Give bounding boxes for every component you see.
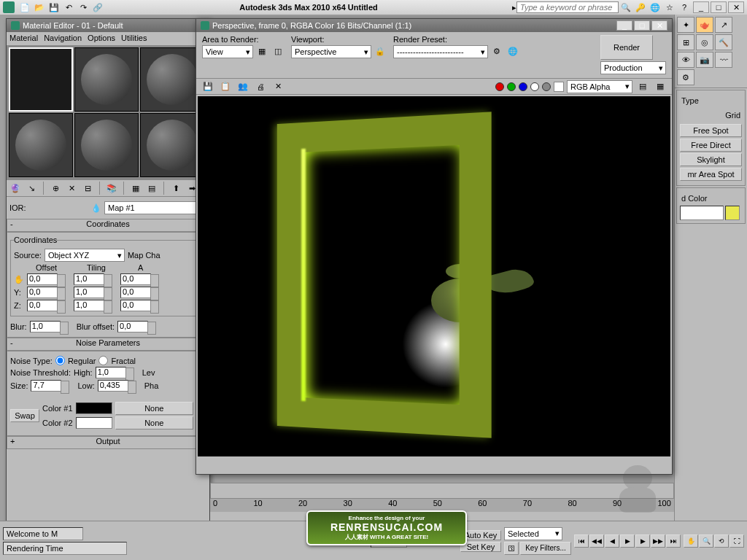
- material-slot[interactable]: [140, 113, 204, 177]
- render-titlebar[interactable]: Perspective, frame 0, RGBA Color 16 Bits…: [196, 19, 672, 32]
- motion-tab-icon[interactable]: ◎: [696, 34, 713, 50]
- render-close-button[interactable]: ✕: [651, 20, 667, 31]
- goto-start-icon[interactable]: ⏮: [574, 534, 589, 548]
- free-spot-button[interactable]: Free Spot: [680, 124, 742, 137]
- high-input[interactable]: 1,0: [96, 367, 126, 378]
- waves-tab-icon[interactable]: 〰: [715, 52, 732, 68]
- eyedropper-icon[interactable]: 💧: [91, 203, 101, 213]
- binoculars-icon[interactable]: 🔍: [619, 1, 632, 13]
- mr-area-spot-button[interactable]: mr Area Spot: [680, 168, 742, 181]
- offset-y-input[interactable]: 0,0: [27, 287, 58, 298]
- minimize-button[interactable]: _: [693, 1, 709, 13]
- red-channel-icon[interactable]: [495, 82, 504, 91]
- close-button[interactable]: ✕: [728, 1, 744, 13]
- create-tab-icon[interactable]: ✦: [677, 17, 694, 33]
- preset-dropdown[interactable]: -------------------------: [393, 45, 488, 58]
- redo-icon[interactable]: ↷: [77, 1, 90, 13]
- viewnav-max-icon[interactable]: ⛶: [729, 534, 744, 548]
- display-tab-icon[interactable]: 👁: [677, 52, 694, 68]
- toggle-overlay-icon[interactable]: ▤: [636, 81, 649, 93]
- next-frame-icon[interactable]: ▶▶: [651, 534, 665, 548]
- new-icon[interactable]: 📄: [18, 1, 31, 13]
- put-to-scene-icon[interactable]: ↘: [25, 182, 38, 194]
- angle-z-input[interactable]: 0,0: [120, 300, 151, 311]
- save-icon[interactable]: 💾: [47, 1, 61, 13]
- search-input[interactable]: [516, 1, 619, 13]
- undo-icon[interactable]: ↶: [62, 1, 75, 13]
- tiling-z-input[interactable]: 1,0: [74, 300, 104, 311]
- tiling-x-input[interactable]: 1,0: [74, 273, 104, 285]
- show-map-icon[interactable]: ▦: [129, 182, 142, 194]
- put-library-icon[interactable]: 📚: [105, 182, 118, 194]
- maximize-button[interactable]: □: [711, 1, 727, 13]
- bluroffset-input[interactable]: 0,0: [117, 321, 148, 332]
- preset-setup-icon[interactable]: ⚙: [490, 45, 503, 57]
- angle-y-input[interactable]: 0,0: [120, 287, 151, 298]
- hierarchy-tab-icon[interactable]: ⊞: [677, 34, 694, 50]
- color2-swatch[interactable]: [76, 417, 112, 429]
- alpha-channel-icon[interactable]: [530, 82, 539, 91]
- help-icon[interactable]: ?: [678, 1, 691, 13]
- show-end-icon[interactable]: ▤: [145, 182, 158, 194]
- color1-swatch[interactable]: [76, 402, 112, 414]
- play-icon[interactable]: ▶: [620, 534, 635, 548]
- assign-icon[interactable]: ⊕: [49, 182, 62, 194]
- output-rollout-header[interactable]: + Output: [7, 436, 209, 449]
- save-image-icon[interactable]: 💾: [201, 81, 214, 93]
- source-dropdown[interactable]: Object XYZ: [44, 249, 125, 262]
- viewnav-zoom-icon[interactable]: 🔍: [699, 534, 713, 548]
- link-icon[interactable]: 🔗: [91, 1, 104, 13]
- copy-image-icon[interactable]: 📋: [219, 81, 232, 93]
- hammer-tab-icon[interactable]: 🔨: [715, 34, 732, 50]
- print-icon[interactable]: 🖨: [254, 81, 267, 93]
- regular-radio[interactable]: [55, 356, 65, 365]
- crop-icon[interactable]: ◫: [271, 45, 285, 57]
- color-swatch[interactable]: [725, 206, 740, 220]
- goto-end-icon[interactable]: ⏭: [666, 534, 681, 548]
- material-slot[interactable]: [74, 47, 139, 112]
- swap-button[interactable]: Swap: [10, 409, 39, 422]
- matedit-titlebar[interactable]: Material Editor - 01 - Default: [7, 19, 209, 32]
- modify-tab-icon[interactable]: ↗: [715, 17, 732, 33]
- offset-z-input[interactable]: 0,0: [27, 300, 58, 311]
- menu-material[interactable]: Material: [9, 34, 38, 44]
- clear-icon[interactable]: ✕: [271, 81, 285, 93]
- hand-icon[interactable]: ✋: [14, 275, 24, 284]
- open-icon[interactable]: 📂: [33, 1, 46, 13]
- coordinates-rollout-header[interactable]: - Coordinates: [7, 219, 209, 232]
- region-icon[interactable]: ▦: [255, 45, 268, 57]
- preset-env-icon[interactable]: 🌐: [506, 45, 519, 57]
- clone-icon[interactable]: 👥: [236, 81, 249, 93]
- noise-rollout-header[interactable]: - Noise Parameters: [7, 338, 209, 351]
- angle-x-input[interactable]: 0,0: [120, 273, 151, 285]
- render-button[interactable]: Render: [600, 35, 653, 60]
- make-copy-icon[interactable]: ⊟: [81, 182, 94, 194]
- low-input[interactable]: 0,435: [98, 380, 128, 392]
- map-name-dropdown[interactable]: Map #1: [104, 201, 206, 214]
- time-slider[interactable]: [210, 483, 674, 499]
- color1-map-button[interactable]: None: [115, 402, 193, 415]
- key-icon[interactable]: 🔑: [634, 1, 647, 13]
- go-parent-icon[interactable]: ⬆: [169, 182, 182, 194]
- prev-key-icon[interactable]: ◀: [605, 534, 619, 548]
- render-minimize-button[interactable]: _: [616, 20, 632, 31]
- material-slot[interactable]: [9, 113, 73, 177]
- next-key-icon[interactable]: ▶: [635, 534, 650, 548]
- size-input[interactable]: 7,7: [31, 380, 61, 392]
- blue-channel-icon[interactable]: [519, 82, 527, 91]
- reset-icon[interactable]: ✕: [65, 182, 78, 194]
- area-dropdown[interactable]: View: [202, 45, 253, 58]
- free-direct-button[interactable]: Free Direct: [680, 139, 742, 152]
- lock-icon[interactable]: 🔒: [374, 45, 387, 57]
- offset-x-input[interactable]: 0,0: [27, 273, 58, 285]
- viewport-dropdown[interactable]: Perspective: [291, 45, 371, 58]
- blur-input[interactable]: 1,0: [30, 321, 61, 332]
- production-dropdown[interactable]: Production: [600, 61, 666, 74]
- camera-tab-icon[interactable]: 📷: [696, 52, 713, 68]
- viewnav-orbit-icon[interactable]: ⟲: [714, 534, 729, 548]
- channel-dropdown[interactable]: RGB Alpha: [567, 80, 632, 93]
- mono-channel-icon[interactable]: [542, 82, 551, 91]
- green-channel-icon[interactable]: [507, 82, 516, 91]
- star-icon[interactable]: ☆: [663, 1, 676, 13]
- color2-map-button[interactable]: None: [115, 416, 193, 429]
